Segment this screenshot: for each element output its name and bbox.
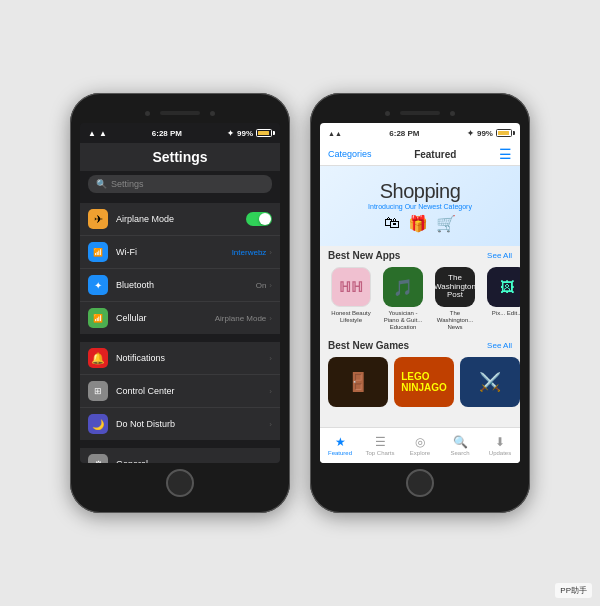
speaker: [160, 111, 200, 115]
appstore-phone: ▲▲ 6:28 PM ✦ 99% Categories Featured ☰: [310, 93, 530, 513]
tab-explore[interactable]: ◎ Explore: [400, 435, 440, 456]
notifications-label: Notifications: [116, 353, 266, 363]
shop-icon: 🛒: [436, 214, 456, 233]
appstore-nav: Categories Featured ☰: [320, 143, 520, 166]
appstore-wifi-icon: ▲▲: [328, 130, 342, 137]
settings-row-dnd[interactable]: 🌙 Do Not Disturb ›: [80, 408, 280, 440]
battery-pct: 99%: [237, 129, 253, 138]
best-new-apps-row: ℍℍ Honest Beauty Lifestyle 🎵 Yousician -…: [320, 263, 520, 336]
best-new-apps-header: Best New Apps See All: [320, 246, 520, 263]
app-icon-pix: 🖼: [487, 267, 520, 307]
appstore-battery-pct: 99%: [477, 129, 493, 138]
settings-row-wifi[interactable]: 📶 Wi-Fi Interwebz ›: [80, 236, 280, 269]
featured-title: Featured: [414, 149, 456, 160]
settings-search-bar[interactable]: 🔍 Settings: [88, 175, 272, 193]
appstore-content: Shopping Introducing Our Newest Category…: [320, 166, 520, 427]
status-bar-appstore: ▲▲ 6:28 PM ✦ 99%: [320, 123, 520, 143]
wifi-settings-icon: 📶: [88, 242, 108, 262]
status-right: ✦ 99%: [227, 129, 272, 138]
airplane-toggle[interactable]: [246, 212, 272, 226]
cellular-label: Cellular: [116, 313, 215, 323]
main-container: ▲ ▲ 6:28 PM ✦ 99% Settings 🔍 Settings: [50, 73, 550, 533]
app-icon-honest-beauty: ℍℍ: [331, 267, 371, 307]
app-icon-yousician: 🎵: [383, 267, 423, 307]
list-icon[interactable]: ☰: [499, 147, 512, 161]
dnd-label: Do Not Disturb: [116, 419, 266, 429]
game-item-room[interactable]: 🚪: [328, 357, 388, 407]
app-name-pix: Pix... Edit...: [492, 310, 520, 317]
app-icon-wapo: The Washington Post: [435, 267, 475, 307]
control-center-label: Control Center: [116, 386, 266, 396]
general-chevron: ›: [269, 460, 272, 464]
notifications-chevron: ›: [269, 354, 272, 363]
explore-icon: ◎: [415, 435, 425, 449]
airplane-label: Airplane Mode: [116, 214, 242, 224]
appstore-bt-icon: ✦: [467, 129, 474, 138]
home-button-settings[interactable]: [166, 469, 194, 497]
time-appstore: 6:28 PM: [389, 129, 419, 138]
best-new-apps-title: Best New Apps: [328, 250, 400, 261]
home-button-appstore[interactable]: [406, 469, 434, 497]
settings-group-3: ⚙ General ›: [80, 448, 280, 463]
appstore-status-right: ✦ 99%: [467, 129, 512, 138]
top-charts-label: Top Charts: [365, 450, 394, 456]
best-new-apps-see-all[interactable]: See All: [487, 251, 512, 260]
tab-featured[interactable]: ★ Featured: [320, 435, 360, 456]
categories-link[interactable]: Categories: [328, 149, 372, 159]
search-placeholder: Settings: [111, 179, 144, 189]
settings-title: Settings: [152, 149, 207, 165]
game-item-3[interactable]: ⚔️: [460, 357, 520, 407]
airplane-icon: ✈: [88, 209, 108, 229]
settings-row-bluetooth[interactable]: ✦ Bluetooth On ›: [80, 269, 280, 302]
cellular-value: Airplane Mode: [215, 314, 267, 323]
shopping-title: Shopping: [380, 180, 461, 203]
search-label: Search: [450, 450, 469, 456]
updates-icon: ⬇: [495, 435, 505, 449]
app-item-wapo[interactable]: The Washington Post The Washington... Ne…: [432, 267, 478, 332]
wifi-value: Interwebz: [232, 248, 267, 257]
bluetooth-label: Bluetooth: [116, 280, 256, 290]
settings-row-general[interactable]: ⚙ General ›: [80, 448, 280, 463]
shopping-subtitle: Introducing Our Newest Category: [368, 203, 472, 210]
best-new-games-header: Best New Games See All: [320, 336, 520, 353]
cellular-settings-icon: 📶: [88, 308, 108, 328]
time-settings: 6:28 PM: [152, 129, 182, 138]
best-new-games-row: 🚪 LEGONINJAGO ⚔️: [320, 353, 520, 411]
banner-icons: 🛍 🎁 🛒: [384, 214, 456, 233]
search-icon: 🔍: [96, 179, 107, 189]
app-item-yousician[interactable]: 🎵 Yousician - Piano & Guit... Education: [380, 267, 426, 332]
settings-row-notifications[interactable]: 🔔 Notifications ›: [80, 342, 280, 375]
app-name-yousician: Yousician - Piano & Guit... Education: [380, 310, 426, 332]
home-area-settings: [80, 463, 280, 503]
tab-top-charts[interactable]: ☰ Top Charts: [360, 435, 400, 456]
gift-icon: 🎁: [408, 214, 428, 233]
explore-label: Explore: [410, 450, 430, 456]
game-item-ninjago[interactable]: LEGONINJAGO: [394, 357, 454, 407]
search-tab-icon: 🔍: [453, 435, 468, 449]
camera-2: [385, 111, 390, 116]
settings-row-airplane[interactable]: ✈ Airplane Mode: [80, 203, 280, 236]
tab-updates[interactable]: ⬇ Updates: [480, 435, 520, 456]
app-item-pix[interactable]: 🖼 Pix... Edit...: [484, 267, 520, 332]
settings-group-1: ✈ Airplane Mode 📶 Wi-Fi Interwebz › ✦ Bl…: [80, 203, 280, 334]
tab-search[interactable]: 🔍 Search: [440, 435, 480, 456]
settings-row-cellular[interactable]: 📶 Cellular Airplane Mode ›: [80, 302, 280, 334]
phone-hardware-top: [80, 103, 280, 123]
cellular-icon: ▲: [99, 129, 107, 138]
featured-icon: ★: [335, 435, 346, 449]
app-item-honest-beauty[interactable]: ℍℍ Honest Beauty Lifestyle: [328, 267, 374, 332]
notifications-icon: 🔔: [88, 348, 108, 368]
phone-hardware-top-2: [320, 103, 520, 123]
best-new-games-see-all[interactable]: See All: [487, 341, 512, 350]
status-left: ▲ ▲: [88, 129, 107, 138]
bag-icon: 🛍: [384, 214, 400, 233]
settings-nav-title: Settings: [80, 143, 280, 171]
settings-group-2: 🔔 Notifications › ⊞ Control Center › 🌙 D…: [80, 342, 280, 440]
dnd-icon: 🌙: [88, 414, 108, 434]
top-charts-icon: ☰: [375, 435, 386, 449]
wifi-icon: ▲: [88, 129, 96, 138]
settings-row-control-center[interactable]: ⊞ Control Center ›: [80, 375, 280, 408]
general-label: General: [116, 459, 266, 463]
speaker-2: [400, 111, 440, 115]
status-bar-settings: ▲ ▲ 6:28 PM ✦ 99%: [80, 123, 280, 143]
